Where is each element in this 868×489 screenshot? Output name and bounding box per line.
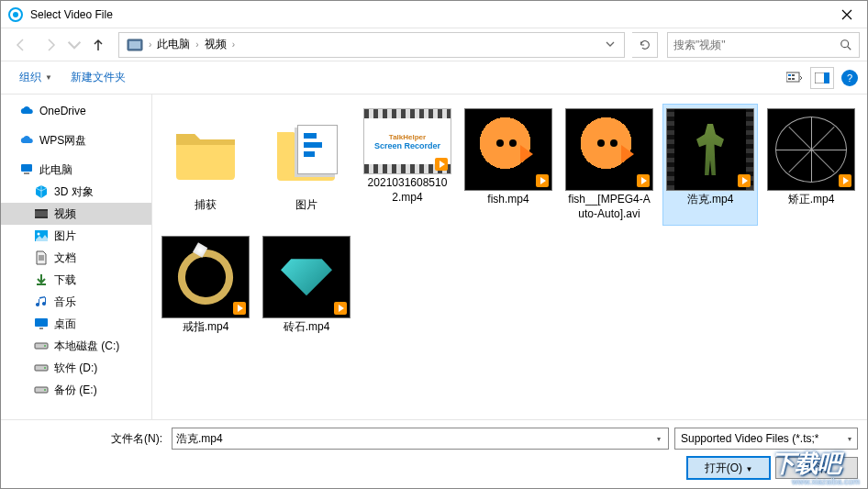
sidebar-item[interactable]: 音乐 <box>1 291 151 313</box>
svg-rect-13 <box>24 172 29 174</box>
sidebar-item[interactable]: 此电脑 <box>1 159 151 181</box>
download-icon <box>34 272 49 287</box>
file-item-label: 矫正.mp4 <box>788 193 835 207</box>
chevron-right-icon: › <box>194 39 200 50</box>
sidebar-item-label: 下载 <box>54 272 76 288</box>
file-item[interactable]: 砖石.mp4 <box>259 231 354 339</box>
chevron-right-icon: › <box>147 39 153 50</box>
file-item[interactable]: 浩克.mp4 <box>662 104 758 226</box>
file-item-label: 20210316085102.mp4 <box>368 176 448 205</box>
file-item[interactable]: fish.mp4 <box>461 104 556 226</box>
app-icon <box>8 7 23 22</box>
svg-rect-6 <box>788 74 791 76</box>
location-videos-icon <box>127 37 143 53</box>
sidebar-item[interactable]: 下载 <box>1 269 151 291</box>
svg-point-18 <box>38 233 40 236</box>
sidebar-item[interactable]: 3D 对象 <box>1 181 151 203</box>
chevron-down-icon: ▾ <box>848 435 851 443</box>
svg-rect-11 <box>824 72 829 83</box>
sidebar-item[interactable]: 文档 <box>1 247 151 269</box>
chevron-right-icon: › <box>230 39 237 50</box>
refresh-button[interactable] <box>632 32 658 58</box>
svg-rect-5 <box>786 72 799 82</box>
filename-input[interactable] <box>176 432 653 445</box>
view-options-button[interactable] <box>783 67 807 89</box>
sidebar-item-label: 软件 (D:) <box>54 361 97 376</box>
open-button[interactable]: 打开(O) ▼ <box>687 457 770 479</box>
up-button[interactable] <box>85 32 111 58</box>
sidebar-item[interactable]: OneDrive <box>1 100 151 122</box>
dialog-footer: 文件名(N): ▾ Supported Video Files (*.ts;* … <box>1 419 867 488</box>
cloud-icon <box>19 104 34 118</box>
file-item[interactable]: 捕获 <box>158 104 253 226</box>
file-item-label: 图片 <box>295 198 317 213</box>
drive-icon <box>34 383 49 397</box>
file-item-label: 浩克.mp4 <box>687 193 734 207</box>
close-button[interactable] <box>826 1 867 28</box>
sidebar-item-label: 3D 对象 <box>54 184 94 200</box>
address-bar[interactable]: › 此电脑 › 视频 › <box>118 32 625 58</box>
search-input[interactable] <box>668 39 833 51</box>
desktop-icon <box>34 317 49 331</box>
sidebar-item-label: 此电脑 <box>39 162 72 178</box>
file-item[interactable]: TalkHelperScreen Recorder20210316085102.… <box>360 104 455 226</box>
pc-icon <box>19 162 34 177</box>
file-list[interactable]: 捕获图片TalkHelperScreen Recorder20210316085… <box>152 94 867 436</box>
svg-rect-7 <box>792 74 795 76</box>
breadcrumb-folder[interactable]: 视频 <box>201 35 230 54</box>
new-folder-button[interactable]: 新建文件夹 <box>61 66 135 89</box>
sidebar-item[interactable]: 本地磁盘 (C:) <box>1 335 151 357</box>
sidebar-item[interactable]: 视频 <box>1 203 151 225</box>
titlebar: Select Video File <box>1 1 867 28</box>
search-icon[interactable] <box>833 39 859 51</box>
svg-rect-12 <box>21 164 32 172</box>
sidebar-item[interactable]: 软件 (D:) <box>1 357 151 379</box>
sidebar-item[interactable]: 备份 (E:) <box>1 379 151 401</box>
sidebar-item-label: 视频 <box>54 206 76 222</box>
help-button[interactable]: ? <box>841 70 858 86</box>
svg-rect-8 <box>788 78 791 80</box>
filename-combobox[interactable]: ▾ <box>172 428 669 450</box>
doc-icon <box>34 250 49 265</box>
file-item-label: 捕获 <box>195 198 217 213</box>
file-item-label: 砖石.mp4 <box>284 320 330 335</box>
sidebar-item-label: 桌面 <box>54 317 76 332</box>
sidebar-item-label: 本地磁盘 (C:) <box>54 339 119 354</box>
sidebar-item[interactable]: WPS网盘 <box>1 129 151 151</box>
file-item-label: 戒指.mp4 <box>183 320 229 335</box>
file-item[interactable]: 矫正.mp4 <box>763 104 859 226</box>
file-item-label: fish.mp4 <box>487 193 529 207</box>
cancel-button[interactable]: 取消 <box>775 457 858 479</box>
svg-point-4 <box>841 39 849 47</box>
organize-button[interactable]: 组织 ▼ <box>10 66 61 89</box>
chevron-down-icon[interactable]: ▾ <box>653 435 664 443</box>
search-box[interactable] <box>667 32 860 58</box>
drive-icon <box>34 339 49 353</box>
recent-locations-button[interactable] <box>67 32 82 58</box>
svg-rect-3 <box>129 41 140 49</box>
music-icon <box>34 295 49 309</box>
file-type-filter[interactable]: Supported Video Files (*.ts;* ▾ <box>674 428 858 450</box>
sidebar-item-label: 图片 <box>54 228 76 244</box>
chevron-down-icon: ▼ <box>45 73 52 82</box>
sidebar-item-label: 备份 (E:) <box>54 383 97 398</box>
navigation-pane: OneDriveWPS网盘此电脑3D 对象视频图片文档下载音乐桌面本地磁盘 (C… <box>1 94 152 436</box>
sidebar-item[interactable]: 桌面 <box>1 313 151 335</box>
sidebar-item[interactable]: 图片 <box>1 225 151 247</box>
address-dropdown-button[interactable] <box>600 39 620 51</box>
svg-rect-19 <box>35 318 48 327</box>
video-icon <box>34 206 49 221</box>
file-item[interactable]: 图片 <box>259 104 354 226</box>
preview-pane-button[interactable] <box>810 67 834 89</box>
svg-rect-15 <box>35 209 48 211</box>
picture-icon <box>34 228 49 243</box>
sidebar-item-label: 文档 <box>54 250 76 266</box>
svg-rect-20 <box>39 328 43 329</box>
forward-button[interactable] <box>38 32 63 58</box>
breadcrumb-root[interactable]: 此电脑 <box>153 35 194 54</box>
file-item[interactable]: fish__[MPEG4-Auto-Auto].avi <box>562 104 657 226</box>
svg-point-22 <box>44 345 46 347</box>
back-button[interactable] <box>8 32 34 58</box>
sidebar-item-label: 音乐 <box>54 295 76 310</box>
file-item[interactable]: 戒指.mp4 <box>158 231 253 339</box>
